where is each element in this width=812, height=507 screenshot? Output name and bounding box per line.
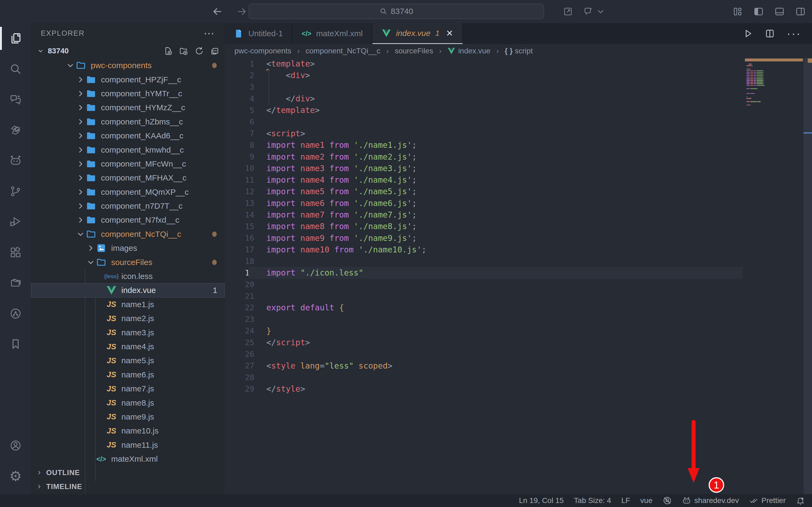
timeline-section[interactable]: TIMELINE <box>31 480 225 493</box>
activity-settings-icon[interactable]: ⚙ <box>0 461 31 492</box>
code-line-22[interactable]: 22 export default { <box>225 302 812 313</box>
layout-icon[interactable] <box>732 6 743 17</box>
tree-item-name7.js[interactable]: JS name7.js <box>31 382 225 396</box>
command-center-search[interactable]: 83740 <box>249 3 544 19</box>
activity-texture-icon[interactable] <box>0 115 31 146</box>
code-line-20[interactable]: 20 <box>225 279 812 290</box>
status-bell-dot[interactable] <box>796 496 805 505</box>
tree-item-name5.js[interactable]: JS name5.js <box>31 353 225 368</box>
tree-item-name11.js[interactable]: JS name11.js <box>31 438 225 452</box>
code-line-21[interactable]: 21 <box>225 290 812 302</box>
code-line-14[interactable]: 14 import name7 from './name7.js'; <box>225 209 812 221</box>
activity-chat-icon[interactable] <box>0 84 31 115</box>
status-sharedev-dev[interactable]: sharedev.dev <box>682 496 739 505</box>
tree-item-component_kmwhd__c[interactable]: component_kmwhd__c <box>31 143 225 157</box>
close-tab-icon[interactable]: ✕ <box>446 28 453 38</box>
tree-item-name1.js[interactable]: JS name1.js <box>31 297 225 312</box>
tree-item-sourceFiles[interactable]: sourceFiles <box>31 255 225 269</box>
forward-arrow-icon[interactable] <box>236 6 247 17</box>
activity-debug-icon[interactable] <box>0 207 31 237</box>
refresh-icon[interactable] <box>195 46 204 56</box>
breadcrumb-item[interactable]: index.vue <box>447 47 490 55</box>
code-line-24[interactable]: 24 } <box>225 325 812 337</box>
tree-item-component_N7fxd__c[interactable]: component_N7fxd__c <box>31 213 225 227</box>
tree-item-name9.js[interactable]: JS name9.js <box>31 410 225 424</box>
status-tab-size-4[interactable]: Tab Size: 4 <box>574 496 611 505</box>
tab-index.vue[interactable]: index.vue 1 ✕ <box>372 23 463 44</box>
tree-item-name8.js[interactable]: JS name8.js <box>31 396 225 410</box>
breadcrumb-item[interactable]: { }script <box>505 47 533 55</box>
status-ai-blocked[interactable] <box>663 496 672 505</box>
code-line-15[interactable]: 15 import name8 from './name8.js'; <box>225 221 812 232</box>
code-line-23[interactable]: 23 <box>225 314 812 325</box>
breadcrumb-item[interactable]: component_NcTQi__c <box>306 47 380 55</box>
tab-mateXml.xml[interactable]: </> mateXml.xml <box>292 23 372 44</box>
chevron-down-icon[interactable] <box>596 6 606 17</box>
code-line-27[interactable]: 27 <style lang="less" scoped> <box>225 360 812 372</box>
activity-account-icon[interactable] <box>0 430 31 461</box>
status-vue[interactable]: vue <box>641 496 653 505</box>
activity-search-icon[interactable] <box>0 54 31 84</box>
more-actions-icon[interactable]: ··· <box>787 27 801 40</box>
tree-item-pwc-components[interactable]: pwc-components <box>31 58 225 72</box>
tree-item-component_NcTQi__c[interactable]: component_NcTQi__c <box>31 227 225 241</box>
back-arrow-icon[interactable] <box>212 6 223 17</box>
code-line-11[interactable]: 11 import name4 from './name4.js'; <box>225 174 812 186</box>
code-line-29[interactable]: 29 </style> <box>225 383 812 395</box>
status-lf[interactable]: LF <box>621 496 630 505</box>
code-line-13[interactable]: 13 import name6 from './name6.js'; <box>225 198 812 209</box>
explorer-menu-button[interactable]: ⋯ <box>204 27 215 40</box>
minimap[interactable] <box>746 58 803 106</box>
code-line-2[interactable]: 2 <div> <box>225 69 812 81</box>
collapse-all-icon[interactable] <box>210 46 219 56</box>
tree-item-component_n7D7T__c[interactable]: component_n7D7T__c <box>31 199 225 213</box>
breadcrumb[interactable]: pwc-components›component_NcTQi__c›source… <box>225 44 812 58</box>
activity-source-control-icon[interactable] <box>0 176 31 207</box>
tree-item-component_hZbms__c[interactable]: component_hZbms__c <box>31 115 225 129</box>
new-file-icon[interactable] <box>163 46 173 56</box>
run-icon[interactable] <box>743 29 753 39</box>
code-line-26[interactable]: 26 <box>225 348 812 360</box>
panel-left-icon[interactable] <box>754 6 764 17</box>
code-line-12[interactable]: 12 import name5 from './name5.js'; <box>225 186 812 197</box>
code-line-25[interactable]: 25 </script> <box>225 337 812 348</box>
code-line-7[interactable]: 7 <script> <box>225 128 812 139</box>
code-line-4[interactable]: 4 </div> <box>225 93 812 104</box>
open-external-icon[interactable] <box>563 6 573 17</box>
code-line-10[interactable]: 10 import name3 from './name3.js'; <box>225 163 812 174</box>
workspace-section-header[interactable]: 83740 <box>31 44 225 58</box>
code-editor[interactable]: 1 <template> 2 <div> 3 4 </div> 5 </temp… <box>225 58 812 494</box>
code-line-5[interactable]: 5 </template> <box>225 104 812 116</box>
tree-item-component_MFHAX__c[interactable]: component_MFHAX__c <box>31 171 225 185</box>
activity-explorer-icon[interactable] <box>0 23 31 54</box>
activity-extensions-icon[interactable] <box>0 237 31 268</box>
status-prettier[interactable]: Prettier <box>749 496 786 505</box>
tree-item-name4.js[interactable]: JS name4.js <box>31 340 225 353</box>
tree-item-images[interactable]: images <box>31 241 225 255</box>
status-ln-19-col-15[interactable]: Ln 19, Col 15 <box>519 496 564 505</box>
panel-bottom-icon[interactable] <box>774 6 784 17</box>
code-line-18[interactable]: 18 <box>225 256 812 267</box>
tree-item-mateXml.xml[interactable]: </> mateXml.xml <box>31 452 225 466</box>
tree-item-name6.js[interactable]: JS name6.js <box>31 368 225 382</box>
chat-sparkle-icon[interactable] <box>583 6 594 17</box>
code-line-28[interactable]: 28 <box>225 372 812 383</box>
scrollbar[interactable] <box>803 58 812 494</box>
tree-item-component_hYMTr__c[interactable]: component_hYMTr__c <box>31 87 225 101</box>
code-line-17[interactable]: 17 import name10 from './name10.js'; <box>225 244 812 256</box>
code-line-6[interactable]: 6 <box>225 116 812 127</box>
activity-robot-icon[interactable] <box>0 146 31 176</box>
code-line-1[interactable]: 1 <template> <box>225 58 812 69</box>
new-folder-icon[interactable] <box>179 46 188 56</box>
tree-item-index.vue[interactable]: index.vue1 <box>31 283 225 297</box>
breadcrumb-item[interactable]: pwc-components <box>235 47 291 55</box>
code-line-3[interactable]: 3 <box>225 81 812 93</box>
split-editor-icon[interactable] <box>765 29 775 39</box>
code-line-19[interactable]: 19 import "./icon.less" <box>225 267 812 278</box>
tree-item-icon.less[interactable]: {less} icon.less <box>31 269 225 283</box>
tree-item-component_HPZjF__c[interactable]: component_HPZjF__c <box>31 72 225 87</box>
tree-item-component_KAAd6__c[interactable]: component_KAAd6__c <box>31 129 225 143</box>
code-line-16[interactable]: 16 import name9 from './name9.js'; <box>225 232 812 243</box>
activity-bookmarks-icon[interactable] <box>0 329 31 359</box>
tree-item-name3.js[interactable]: JS name3.js <box>31 325 225 339</box>
